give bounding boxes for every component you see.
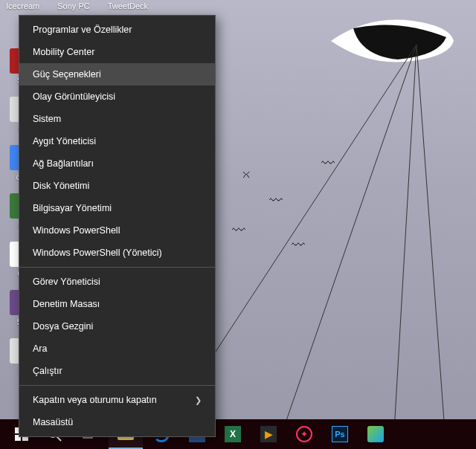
excel-icon: X <box>225 426 241 442</box>
menu-item-label: Windows PowerShell (Yönetici) <box>33 248 162 258</box>
taskbar-excel[interactable]: X <box>216 419 250 449</box>
winx-menu-item[interactable]: Kapatın veya oturumu kapatın❯ <box>19 389 215 411</box>
winx-context-menu: Programlar ve ÖzelliklerMobility CenterG… <box>19 15 216 437</box>
menu-item-label: Denetim Masası <box>33 299 100 309</box>
winx-menu-item[interactable]: Aygıt Yöneticisi <box>19 130 215 152</box>
menu-item-label: Güç Seçenekleri <box>33 69 101 80</box>
winx-menu-item[interactable]: Masaüstü <box>19 411 215 433</box>
menu-item-label: Masaüstü <box>33 417 73 427</box>
menu-item-label: Windows PowerShell <box>33 225 120 236</box>
menu-item-label: Görev Yöneticisi <box>33 277 100 287</box>
winx-menu-item[interactable]: Disk Yönetimi <box>19 175 215 197</box>
taskbar-plex[interactable]: ▶ <box>251 419 286 449</box>
menu-item-label: Aygıt Yöneticisi <box>33 136 96 146</box>
menu-item-label: Disk Yönetimi <box>33 181 89 191</box>
wallpaper-bird: 〰 <box>269 193 283 209</box>
winx-menu-item[interactable]: Bilgisayar Yönetimi <box>19 197 215 219</box>
winx-menu-item[interactable]: Görev Yöneticisi <box>19 271 215 293</box>
winx-menu-item[interactable]: Windows PowerShell <box>19 219 215 242</box>
winx-menu-item[interactable]: Denetim Masası <box>19 293 215 315</box>
menu-item-label: Dosya Gezgini <box>33 321 93 332</box>
wallpaper-bird: 〰 <box>292 238 305 253</box>
rocket-icon: ✦ <box>296 426 312 442</box>
winx-menu-item[interactable]: Mobility Center <box>19 41 215 63</box>
menu-item-label: Bilgisayar Yönetimi <box>33 203 112 213</box>
winx-menu-item[interactable]: Dosya Gezgini <box>19 315 215 337</box>
taskbar-rocket-app[interactable]: ✦ <box>287 419 321 449</box>
menu-separator <box>19 267 215 268</box>
menu-item-label: Sistem <box>33 114 61 124</box>
menu-item-label: Olay Görüntüleyicisi <box>33 91 115 102</box>
menu-item-label: Programlar ve Özellikler <box>33 25 132 35</box>
wallpaper-bird: 〰 <box>321 156 335 172</box>
plex-icon: ▶ <box>260 426 277 442</box>
menu-item-label: Kapatın veya oturumu kapatın <box>33 395 157 405</box>
menu-item-label: Mobility Center <box>33 47 94 57</box>
winx-menu-item[interactable]: Programlar ve Özellikler <box>19 19 215 41</box>
chevron-right-icon: ❯ <box>195 395 202 405</box>
menu-item-label: Ağ Bağlantıları <box>33 158 94 169</box>
winx-menu-item[interactable]: Çalıştır <box>19 360 215 382</box>
winx-menu-item[interactable]: Windows PowerShell (Yönetici) <box>19 242 215 264</box>
menu-separator <box>19 385 215 386</box>
winx-menu-item[interactable]: Olay Görüntüleyicisi <box>19 85 215 108</box>
wallpaper-bird: 〰 <box>232 223 245 239</box>
winx-menu-item[interactable]: Güç Seçenekleri <box>19 63 215 85</box>
taskbar-bluestacks[interactable] <box>358 419 393 449</box>
winx-menu-item[interactable]: Ağ Bağlantıları <box>19 152 215 175</box>
menu-item-label: Çalıştır <box>33 366 62 376</box>
winx-menu-item[interactable]: Ara <box>19 337 215 360</box>
taskbar-photoshop[interactable]: Ps <box>323 419 357 449</box>
wallpaper-bird: 𐊐 <box>242 167 249 183</box>
bluestacks-icon <box>367 426 384 442</box>
photoshop-icon: Ps <box>332 426 348 442</box>
winx-menu-item[interactable]: Sistem <box>19 108 215 130</box>
menu-item-label: Ara <box>33 343 47 354</box>
wallpaper-kite <box>324 15 457 67</box>
